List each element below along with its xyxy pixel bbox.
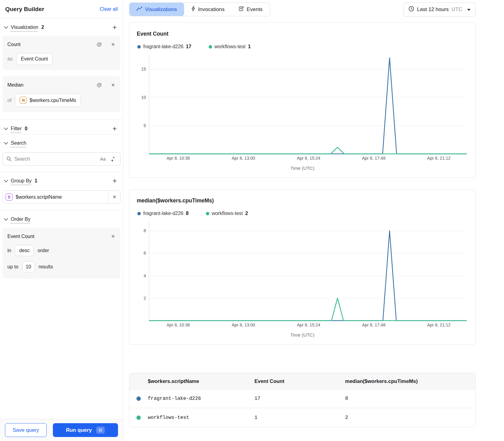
- tab-events[interactable]: Events: [232, 3, 270, 16]
- svg-text:Apr 8, 17:48: Apr 8, 17:48: [362, 156, 385, 161]
- page-title: Query Builder: [5, 6, 44, 13]
- main-toolbar: Visualizations Invocations Events: [129, 2, 476, 17]
- remove-group-by-button[interactable]: ✕: [108, 191, 120, 203]
- sort-direction-button[interactable]: desc: [15, 245, 34, 256]
- visualization-section-header: Visualization 2 +: [0, 18, 123, 35]
- close-icon[interactable]: ✕: [110, 233, 116, 240]
- up-to-label: up to: [7, 264, 18, 270]
- column-header-median: median($workers.cpuTimeMs): [345, 378, 475, 384]
- svg-text:Apr 8, 13:00: Apr 8, 13:00: [232, 156, 255, 161]
- result-limit-input[interactable]: 10: [22, 261, 35, 272]
- chevron-down-icon[interactable]: [2, 140, 9, 146]
- visualization-card-title: Median: [7, 82, 23, 88]
- svg-text:5: 5: [144, 123, 146, 128]
- search-box: Aa *: [2, 152, 120, 166]
- tab-invocations[interactable]: Invocations: [184, 3, 232, 16]
- search-icon: [6, 156, 12, 162]
- svg-text:Apr 8, 17:48: Apr 8, 17:48: [362, 322, 385, 327]
- clear-all-button[interactable]: Clear all: [100, 6, 118, 12]
- chart-title: median($workers.cpuTimeMs): [137, 197, 468, 204]
- visualization-card-count: Count @ ✕ as Event Count: [2, 36, 120, 70]
- search-section-header: Search: [0, 135, 123, 150]
- save-query-button[interactable]: Save query: [5, 423, 47, 437]
- close-icon[interactable]: ✕: [110, 41, 116, 48]
- svg-text:Apr 8, 13:00: Apr 8, 13:00: [232, 322, 255, 327]
- match-case-icon[interactable]: Aa: [100, 156, 106, 162]
- query-builder-sidebar: Query Builder Clear all Visualization 2 …: [0, 0, 123, 441]
- search-input[interactable]: [14, 156, 97, 162]
- sidebar-header: Query Builder Clear all: [0, 0, 123, 18]
- column-header-event-count: Event Count: [254, 378, 345, 384]
- median-field-button[interactable]: N $workers.cpuTimeMs: [15, 94, 81, 107]
- view-tabbar: Visualizations Invocations Events: [129, 2, 270, 16]
- series-dot: [136, 416, 141, 420]
- timezone-label: UTC: [451, 6, 462, 13]
- add-visualization-button[interactable]: +: [111, 24, 118, 31]
- group-by-field-value: $workers.scriptName: [16, 194, 106, 200]
- caret-down-icon: [467, 6, 471, 13]
- chevron-down-icon[interactable]: [2, 24, 9, 31]
- legend-item[interactable]: fragrant-lake-d226 17: [137, 44, 191, 49]
- chevron-down-icon[interactable]: [2, 178, 9, 184]
- group-by-item[interactable]: S $workers.scriptName ✕: [2, 190, 120, 204]
- numeric-field-icon: N: [20, 97, 27, 104]
- series-total: 17: [186, 44, 191, 49]
- group-by-section-label[interactable]: Group By: [11, 178, 32, 184]
- visualization-card-median: Median @ ✕ of N $workers.cpuTimeMs: [2, 76, 120, 112]
- table-row[interactable]: fragrant-lake-d226 17 8: [129, 389, 475, 408]
- filter-count: 0: [25, 126, 28, 131]
- tab-label: Visualizations: [145, 6, 177, 13]
- cell-median: 8: [345, 396, 475, 401]
- order-by-field-label: Event Count: [7, 234, 34, 239]
- table-row[interactable]: workflows-test 1 2: [129, 408, 475, 427]
- sidebar-footer: Save query Run query R: [0, 419, 123, 441]
- clock-icon: [408, 6, 414, 13]
- order-by-section-label[interactable]: Order By: [11, 217, 30, 222]
- run-query-button[interactable]: Run query R: [53, 423, 118, 437]
- close-icon[interactable]: ✕: [112, 193, 117, 201]
- chevron-down-icon[interactable]: [2, 216, 9, 223]
- order-by-section-header: Order By: [0, 211, 123, 227]
- cell-script-name: workflows-test: [148, 415, 254, 420]
- time-range-selector[interactable]: Last 12 hours UTC: [404, 2, 476, 17]
- series-total: 2: [245, 211, 248, 216]
- table-header-row: $workers.scriptName Event Count median($…: [129, 373, 475, 389]
- time-range-label: Last 12 hours: [417, 6, 449, 13]
- chart-legend: fragrant-lake-d226 8 workflows-test 2: [137, 211, 468, 216]
- group-by-count: 1: [35, 178, 37, 184]
- cell-median: 2: [345, 415, 475, 420]
- legend-item[interactable]: workflows-test 2: [206, 211, 248, 216]
- svg-text:Apr 8, 21:12: Apr 8, 21:12: [427, 156, 451, 161]
- visualization-alias-button[interactable]: Event Count: [16, 53, 53, 65]
- at-sign-icon[interactable]: @: [96, 81, 102, 89]
- series-dot: [137, 45, 141, 49]
- chevron-down-icon[interactable]: [2, 125, 9, 132]
- regex-icon[interactable]: *: [110, 156, 116, 162]
- tab-visualizations[interactable]: Visualizations: [129, 3, 184, 16]
- app-root: Query Builder Clear all Visualization 2 …: [0, 0, 504, 441]
- legend-item[interactable]: fragrant-lake-d226 8: [137, 211, 189, 216]
- in-label: in: [7, 248, 11, 253]
- add-filter-button[interactable]: +: [111, 125, 118, 132]
- svg-text:6: 6: [144, 251, 146, 256]
- visualization-section-label[interactable]: Visualization: [11, 25, 38, 30]
- column-header-script-name: $workers.scriptName: [148, 378, 254, 384]
- add-group-by-button[interactable]: +: [111, 177, 118, 185]
- at-sign-icon[interactable]: @: [96, 41, 102, 48]
- filter-section-label[interactable]: Filter: [11, 126, 22, 131]
- median-field-value: $workers.cpuTimeMs: [30, 98, 76, 103]
- close-icon[interactable]: ✕: [110, 82, 116, 88]
- string-field-icon: S: [6, 193, 13, 201]
- svg-text:10: 10: [141, 95, 146, 100]
- series-dot: [209, 45, 212, 49]
- search-section-label[interactable]: Search: [11, 140, 26, 146]
- keyboard-shortcut-badge: R: [96, 427, 105, 434]
- sidebar-spacer: [0, 282, 123, 419]
- line-chart: 51015Apr 8, 10:36Apr 8, 13:00Apr 8, 15:2…: [137, 53, 468, 163]
- order-label: order: [37, 248, 49, 253]
- line-chart-icon: [136, 6, 142, 13]
- svg-text:Apr 8, 21:12: Apr 8, 21:12: [427, 322, 451, 327]
- main-content: Visualizations Invocations Events: [123, 0, 504, 441]
- series-name: fragrant-lake-d226: [143, 211, 183, 216]
- legend-item[interactable]: workflows-test 1: [209, 44, 251, 49]
